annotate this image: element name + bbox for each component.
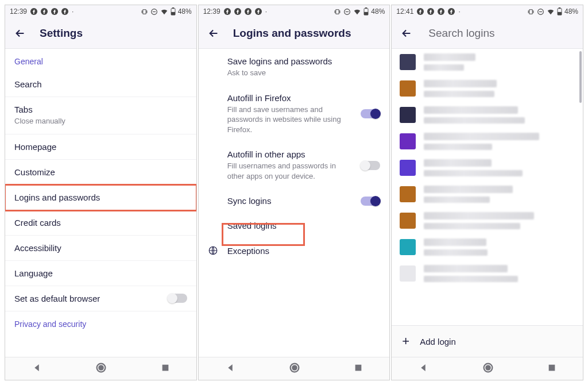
settings-row-accessibility[interactable]: Accessibility: [5, 236, 196, 261]
site-favicon: [400, 54, 416, 70]
login-text: [424, 159, 553, 176]
add-login-label: Add login: [420, 337, 456, 346]
settings-row-search[interactable]: Search: [5, 72, 196, 97]
nav-home-icon[interactable]: [482, 361, 494, 376]
row-exceptions[interactable]: Exceptions: [199, 238, 390, 263]
login-row[interactable]: [392, 49, 583, 75]
login-text: [424, 212, 553, 229]
login-row[interactable]: [392, 234, 583, 260]
nav-back-icon[interactable]: [32, 363, 42, 375]
fb-icon: [438, 8, 444, 15]
login-sub-blurred: [424, 223, 520, 229]
screen-settings: 12:39 · 48% Settings General Search Tabs…: [5, 5, 197, 380]
search-placeholder[interactable]: Search logins: [428, 27, 494, 40]
svg-rect-19: [365, 7, 368, 9]
row-autofill-other[interactable]: Autofill in other appsFill usernames and…: [199, 142, 390, 188]
back-button[interactable]: [399, 25, 415, 41]
back-button[interactable]: [206, 25, 222, 41]
globe-icon: [206, 245, 220, 256]
login-row[interactable]: [392, 181, 583, 207]
battery-icon: [171, 7, 176, 16]
settings-row-logins[interactable]: Logins and passwords: [5, 185, 196, 210]
row-label: Save logins and passwords: [227, 56, 381, 66]
site-favicon: [400, 133, 416, 149]
login-row[interactable]: [392, 75, 583, 102]
login-title-blurred: [424, 186, 513, 193]
row-label: Credit cards: [14, 218, 187, 228]
toggle-autofill-firefox[interactable]: [361, 109, 380, 118]
battery-icon: [363, 7, 369, 16]
nav-recent-icon[interactable]: [354, 363, 363, 375]
row-saved-logins[interactable]: Saved logins: [199, 213, 390, 238]
vibrate-icon: [527, 8, 535, 16]
fb-icon: [427, 8, 434, 15]
login-row[interactable]: [392, 207, 583, 234]
status-time: 12:41: [396, 7, 413, 16]
dnd-icon: [150, 8, 158, 16]
login-row[interactable]: [392, 128, 583, 155]
row-label: Tabs: [14, 105, 187, 114]
row-save-logins[interactable]: Save logins and passwordsAsk to save: [199, 49, 390, 86]
status-time: 12:39: [203, 7, 220, 16]
nav-bar: [5, 357, 196, 380]
site-favicon: [400, 239, 416, 255]
plus-icon: +: [402, 334, 409, 349]
row-label: Set as default browser: [14, 294, 161, 303]
toggle-sync-logins[interactable]: [361, 197, 380, 206]
saved-logins-list[interactable]: [392, 49, 583, 325]
row-autofill-firefox[interactable]: Autofill in FirefoxFill and save usernam…: [199, 86, 390, 143]
vibrate-icon: [334, 8, 341, 16]
toggle-autofill-other[interactable]: [361, 161, 380, 170]
login-row[interactable]: [392, 155, 583, 181]
nav-bar: [392, 357, 583, 380]
settings-row-credit-cards[interactable]: Credit cards: [5, 210, 196, 236]
nav-home-icon[interactable]: [288, 361, 301, 376]
toggle-default-browser[interactable]: [168, 294, 187, 303]
nav-back-icon[interactable]: [418, 363, 428, 375]
settings-row-customize[interactable]: Customize: [5, 160, 196, 185]
settings-row-homepage[interactable]: Homepage: [5, 134, 196, 160]
nav-recent-icon[interactable]: [547, 363, 556, 375]
svg-rect-24: [355, 364, 362, 371]
add-login-button[interactable]: + Add login: [392, 325, 583, 357]
dnd-icon: [537, 8, 544, 16]
back-button[interactable]: [12, 25, 28, 41]
nav-recent-icon[interactable]: [161, 363, 170, 375]
login-text: [424, 53, 553, 71]
login-sub-blurred: [424, 249, 488, 256]
row-sync-logins[interactable]: Sync logins: [199, 188, 390, 213]
settings-row-default-browser[interactable]: Set as default browser: [5, 286, 196, 311]
fb-icon: [51, 8, 58, 15]
svg-rect-7: [172, 7, 174, 9]
settings-list[interactable]: General Search TabsClose manually Homepa…: [5, 49, 196, 357]
login-sub-blurred: [424, 144, 492, 150]
login-title-blurred: [424, 238, 486, 246]
login-text: [424, 265, 553, 282]
login-sub-blurred: [424, 117, 525, 124]
login-row[interactable]: [392, 102, 583, 128]
nav-home-icon[interactable]: [95, 361, 107, 376]
wifi-icon: [547, 7, 555, 16]
logins-settings-list[interactable]: Save logins and passwordsAsk to save Aut…: [199, 49, 390, 357]
row-label: Autofill in other apps: [227, 149, 354, 159]
status-bar: 12:39 · 48%: [199, 5, 390, 18]
wifi-icon: [160, 7, 168, 16]
row-label: Autofill in Firefox: [227, 93, 354, 103]
site-favicon: [400, 213, 416, 229]
settings-row-language[interactable]: Language: [5, 261, 196, 286]
svg-rect-29: [529, 9, 532, 14]
scrollbar[interactable]: [579, 51, 582, 103]
nav-bar: [199, 357, 390, 380]
page-title: Logins and passwords: [233, 27, 351, 40]
row-sub: Fill usernames and passwords in other ap…: [227, 161, 354, 181]
row-label: Accessibility: [14, 243, 187, 253]
login-text: [424, 133, 553, 150]
settings-row-tabs[interactable]: TabsClose manually: [5, 97, 196, 134]
more-dot: ·: [72, 7, 74, 16]
row-sub: Ask to save: [227, 68, 381, 78]
vibrate-icon: [141, 8, 148, 16]
svg-point-23: [292, 365, 296, 369]
login-row[interactable]: [392, 260, 583, 287]
nav-back-icon[interactable]: [225, 363, 235, 375]
header: Settings: [5, 18, 196, 49]
